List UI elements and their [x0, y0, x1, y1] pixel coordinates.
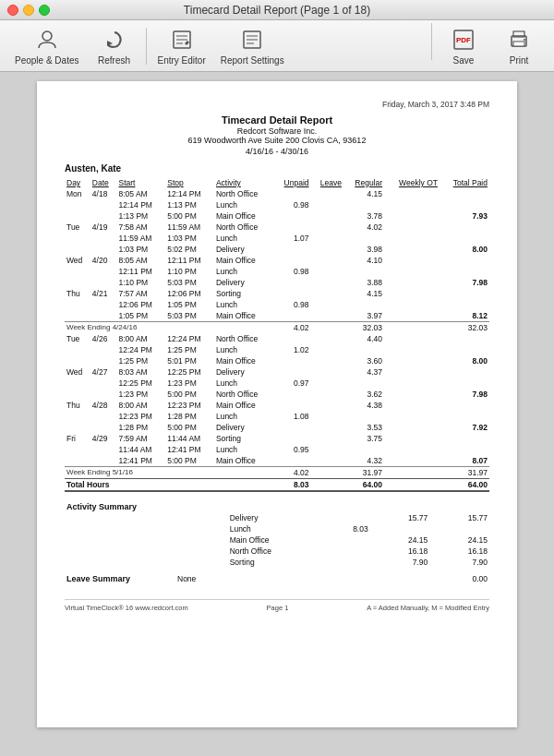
col-total-paid: Total Paid [440, 177, 489, 188]
cell-weekly-ot [384, 310, 440, 322]
cell-activity: North Office [214, 222, 273, 233]
week2-leave [311, 467, 343, 479]
act-cell-unpaid: 8.03 [328, 523, 369, 534]
svg-point-0 [42, 31, 52, 41]
act-cell-total: 7.90 [438, 557, 489, 568]
cell-activity: Lunch [214, 411, 273, 422]
week1-total-paid: 32.03 [440, 322, 489, 334]
cell-date [90, 266, 117, 277]
cell-date [90, 310, 117, 322]
cell-day [65, 455, 90, 467]
cell-unpaid: 0.97 [273, 378, 310, 389]
cell-date: 4/19 [90, 222, 117, 233]
table-row: 12:24 PM 1:25 PM Lunch 1.02 [65, 344, 489, 355]
week2-regular: 31.97 [343, 467, 384, 479]
act-cell-regular: 24.15 [379, 534, 430, 546]
act-cell-blank [65, 523, 228, 534]
act-cell-unpaid [328, 512, 369, 523]
total-total-paid: 64.00 [440, 479, 489, 492]
cell-total-paid [440, 222, 489, 233]
cell-day [65, 355, 90, 366]
save-button[interactable]: PDF Save [436, 23, 491, 69]
week2-ending-row: Week Ending 5/1/16 4.02 31.97 31.97 [65, 467, 489, 479]
cell-date: 4/20 [90, 255, 117, 266]
cell-date: 4/29 [90, 433, 117, 444]
cell-day: Wed [65, 366, 90, 378]
print-button[interactable]: Print [491, 23, 547, 69]
cell-start: 11:44 AM [117, 444, 166, 455]
cell-weekly-ot [384, 266, 440, 277]
cell-day [65, 378, 90, 389]
leave-amount [204, 573, 251, 584]
cell-stop: 1:10 PM [165, 266, 214, 277]
footer-right: A = Added Manually, M = Modified Entry [367, 604, 489, 612]
cell-stop: 12:14 PM [165, 188, 214, 199]
total-weekly-ot [384, 479, 440, 492]
cell-stop: 12:24 PM [165, 333, 214, 344]
cell-date [90, 355, 117, 366]
cell-activity: Delivery [214, 244, 273, 255]
cell-date [90, 233, 117, 244]
cell-stop: 11:44 AM [165, 433, 214, 444]
traffic-lights [7, 5, 50, 16]
cell-weekly-ot [384, 255, 440, 266]
cell-date [90, 389, 117, 400]
people-dates-button[interactable]: People & Dates [7, 23, 87, 69]
cell-date: 4/26 [90, 333, 117, 344]
cell-start: 8:05 AM [117, 188, 166, 199]
table-row: 1:25 PM 5:01 PM Main Office 3.60 8.00 [65, 355, 489, 366]
week2-weekly-ot [384, 467, 440, 479]
cell-unpaid [273, 433, 310, 444]
cell-weekly-ot [384, 299, 440, 310]
cell-activity: Main Office [214, 255, 273, 266]
cell-day [65, 411, 90, 422]
cell-total-paid [440, 433, 489, 444]
cell-weekly-ot [384, 233, 440, 244]
cell-leave [311, 378, 343, 389]
cell-date: 4/27 [90, 366, 117, 378]
cell-unpaid [273, 222, 310, 233]
cell-day [65, 444, 90, 455]
content-area: Friday, March 3, 2017 3:48 PM Timecard D… [0, 72, 554, 756]
act-cell-activity: Lunch [228, 523, 329, 534]
cell-unpaid [273, 255, 310, 266]
cell-start: 7:57 AM [117, 288, 166, 299]
cell-activity: Delivery [214, 366, 273, 378]
col-leave: Leave [311, 177, 343, 188]
act-cell-unpaid [328, 557, 369, 568]
cell-start: 12:11 PM [117, 266, 166, 277]
toolbar-separator-2 [431, 23, 432, 60]
cell-date [90, 210, 117, 222]
report-settings-button[interactable]: Report Settings [213, 23, 292, 69]
cell-date: 4/21 [90, 288, 117, 299]
cell-total-paid [440, 344, 489, 355]
act-cell-unpaid [328, 546, 369, 557]
cell-total-paid: 8.12 [440, 310, 489, 322]
maximize-button[interactable] [39, 5, 50, 16]
cell-stop: 1:13 PM [165, 199, 214, 210]
activity-summary-title: Activity Summary [65, 501, 228, 512]
cell-weekly-ot [384, 344, 440, 355]
minimize-button[interactable] [23, 5, 34, 16]
people-dates-icon [34, 27, 60, 53]
refresh-button[interactable]: Refresh [87, 23, 142, 69]
table-row: Wed 4/20 8:05 AM 12:11 PM Main Office 4.… [65, 255, 489, 266]
cell-leave [311, 310, 343, 322]
entry-editor-button[interactable]: Entry Editor [151, 23, 213, 69]
week2-unpaid: 4.02 [273, 467, 310, 479]
cell-start: 12:24 PM [117, 344, 166, 355]
table-row: Mon 4/18 8:05 AM 12:14 PM North Office 4… [65, 188, 489, 199]
cell-weekly-ot [384, 389, 440, 400]
cell-total-paid: 8.07 [440, 455, 489, 467]
cell-stop: 1:05 PM [165, 299, 214, 310]
cell-stop: 12:41 PM [165, 444, 214, 455]
cell-unpaid [273, 277, 310, 288]
cell-leave [311, 366, 343, 378]
cell-weekly-ot [384, 422, 440, 433]
cell-date [90, 344, 117, 355]
close-button[interactable] [7, 5, 18, 16]
timecard-table: Day Date Start Stop Activity Unpaid Leav… [65, 177, 489, 492]
act-cell-leave [370, 546, 379, 557]
cell-activity: Sorting [214, 433, 273, 444]
cell-date [90, 244, 117, 255]
